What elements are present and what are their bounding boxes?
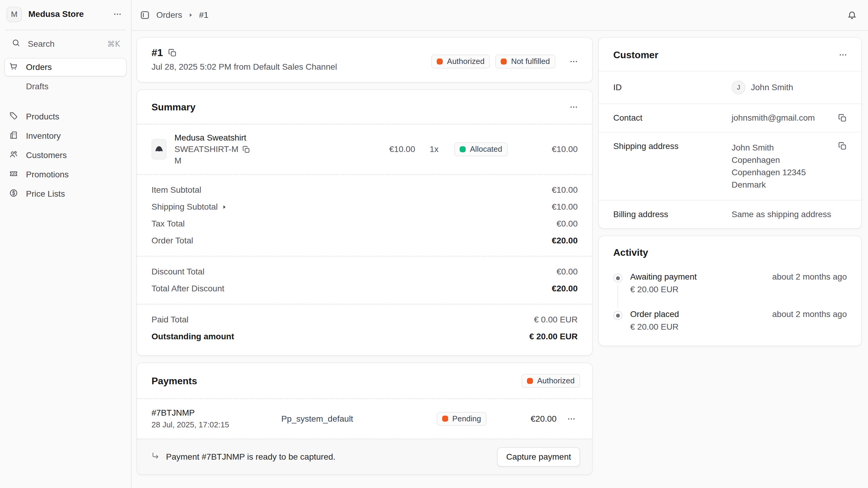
customer-actions-ellipsis-icon[interactable] [837,48,849,61]
customer-id-row: ID J John Smith [599,71,861,103]
order-subtitle: Jul 28, 2025 5:02 PM from Default Sales … [152,62,337,72]
item-subtotal-row: Item Subtotal €10.00 [152,182,578,198]
orange-dot-icon [442,416,448,422]
order-actions-ellipsis-icon[interactable] [567,55,580,68]
discount-section: Discount Total €0.00 Total After Discoun… [137,256,592,304]
cart-icon [9,62,18,73]
app-root: M Medusa Store Search ⌘K Orders Drafts [0,0,868,488]
sidebar-item-products[interactable]: Products [5,108,126,126]
corner-down-right-icon [151,452,160,463]
copy-order-id-icon[interactable] [168,48,177,57]
summary-card: Summary Medusa Sweatshirt SWEATSHIRT- [137,90,592,355]
sidebar: M Medusa Store Search ⌘K Orders Drafts [0,0,132,488]
main-area: Orders #1 #1 [132,0,868,488]
shipping-address-value: John Smith Copenhagen Copenhagen 12345 D… [732,141,833,191]
timeline-dot-icon [613,273,622,283]
copy-sku-icon[interactable] [242,145,250,154]
payment-actions-ellipsis-icon[interactable] [565,413,578,425]
users-icon [9,150,18,161]
breadcrumb: Orders #1 [140,10,209,21]
shipping-address-label: Shipping address [613,141,732,151]
billing-address-value: Same as shipping address [732,209,847,219]
activity-heading: Activity [613,247,648,258]
payment-provider: Pp_system_default [281,414,437,424]
search-icon [11,38,21,50]
contact-value: johnsmith@gmail.com [732,113,833,123]
timeline-connector [618,285,618,307]
notifications-bell-icon[interactable] [844,7,860,23]
breadcrumb-current: #1 [199,10,209,20]
search-input[interactable]: Search ⌘K [5,30,126,56]
customer-contact-row: Contact johnsmith@gmail.com [599,103,861,132]
sidebar-item-label: Customers [26,151,67,160]
sidebar-item-orders[interactable]: Orders [5,59,126,76]
store-menu[interactable]: M Medusa Store [5,0,126,30]
copy-contact-icon[interactable] [838,113,847,123]
paid-total-row: Paid Total € 0.00 EUR [152,311,578,328]
allocation-badge: Allocated [454,142,508,156]
discount-total-row: Discount Total €0.00 [152,263,578,280]
customer-name-link[interactable]: John Smith [751,83,793,92]
payments-card: Payments Authorized #7BTJNMP 28 Jul, 202… [137,363,592,475]
capture-note: Payment #7BTJNMP is ready to be captured… [166,452,335,462]
order-header-card: #1 Jul 28, 2025 5:02 PM from Default Sal… [137,38,592,82]
chevron-right-icon [188,13,193,18]
event-amount: € 20.00 EUR [630,322,847,332]
payments-status-badge: Authorized [522,374,580,388]
tag-icon [9,111,18,123]
order-title: #1 [152,47,163,59]
sidebar-item-promotions[interactable]: Promotions [5,166,126,183]
summary-actions-ellipsis-icon[interactable] [567,101,580,113]
page-content: #1 Jul 28, 2025 5:02 PM from Default Sal… [132,31,868,488]
sidebar-item-label: Orders [26,62,52,72]
customer-id-label: ID [613,83,732,92]
activity-card: Activity Awaiting payment about [599,236,861,346]
activity-timeline: Awaiting payment about 2 months ago € 20… [599,265,861,346]
payment-pending-badge: Pending [437,412,487,426]
event-time: about 2 months ago [772,310,847,319]
outstanding-row: Outstanding amount € 20.00 EUR [152,328,578,345]
billing-address-label: Billing address [613,209,732,219]
customer-card: Customer ID J John Smith Contact [599,38,861,228]
sidebar-item-label: Inventory [26,131,61,141]
store-name: Medusa Store [28,9,104,19]
orange-dot-icon [527,378,533,384]
customer-avatar: J [732,80,745,94]
sidebar-item-customers[interactable]: Customers [5,147,126,164]
product-sku: SWEATSHIRT-M [175,144,239,154]
sidebar-item-drafts[interactable]: Drafts [5,78,126,95]
event-time: about 2 months ago [772,272,847,282]
sidebar-item-price-lists[interactable]: Price Lists [5,185,126,203]
capture-payment-button[interactable]: Capture payment [497,447,580,466]
quantity: 1x [430,144,438,154]
billing-address-row: Billing address Same as shipping address [599,200,861,228]
expand-shipping-icon[interactable] [222,205,227,209]
topbar: Orders #1 [132,0,868,31]
store-menu-ellipsis-icon[interactable] [111,8,124,21]
product-thumbnail [152,139,166,160]
side-column: Customer ID J John Smith Contact [599,38,861,346]
totals-section: Item Subtotal €10.00 Shipping Subtotal €… [137,174,592,256]
event-title: Order placed [630,310,679,319]
orange-dot-icon [501,59,507,65]
activity-event: Order placed about 2 months ago € 20.00 … [613,310,847,332]
event-amount: € 20.00 EUR [630,285,847,294]
sidebar-nav: Orders Drafts Products Inventory [5,59,126,203]
sidebar-item-inventory[interactable]: Inventory [5,127,126,145]
payment-id: #7BTJNMP [152,408,281,418]
copy-shipping-address-icon[interactable] [838,141,847,151]
shipping-address-row: Shipping address John Smith Copenhagen C… [599,132,861,200]
ticket-icon [9,169,18,181]
green-dot-icon [460,146,466,152]
paid-section: Paid Total € 0.00 EUR Outstanding amount… [137,304,592,355]
summary-heading: Summary [152,102,195,113]
payment-status-badge: Authorized [431,55,490,68]
product-name: Medusa Sweatshirt [175,133,389,143]
sidebar-item-label: Promotions [26,170,69,180]
payment-row: #7BTJNMP 28 Jul, 2025, 17:02:15 Pp_syste… [137,398,592,438]
product-variant: M [175,156,389,166]
sidebar-toggle-icon[interactable] [140,10,150,21]
store-avatar: M [7,7,22,22]
breadcrumb-orders[interactable]: Orders [156,10,182,20]
order-total-row: Order Total €20.00 [152,232,578,249]
